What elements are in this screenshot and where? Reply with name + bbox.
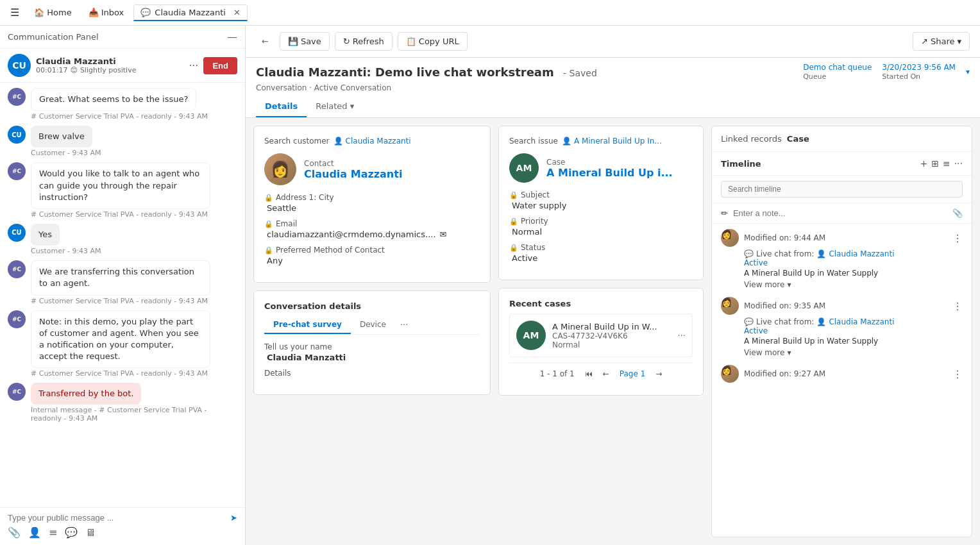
list-icon[interactable]: ≡	[943, 158, 950, 169]
timeline-item-more[interactable]: ⋮	[952, 368, 963, 380]
share-icon: ↗	[921, 37, 928, 46]
refresh-button[interactable]: ↻ Refresh	[335, 32, 393, 51]
back-button[interactable]: ←	[256, 32, 275, 51]
conv-tab-device[interactable]: Device	[351, 316, 395, 334]
subject-label: 🔒 Subject	[509, 190, 693, 199]
end-button[interactable]: End	[203, 57, 237, 74]
timeline-item: 👩 Modified on: 9:35 AM ⋮ 💬 Live chat fro…	[721, 297, 963, 357]
chat-area: #C Great. What seems to be the issue? # …	[0, 83, 245, 507]
add-icon[interactable]: +	[920, 158, 927, 169]
timeline-status: Active	[744, 326, 963, 335]
status-field: 🔒 Status Active	[509, 243, 693, 263]
timeline-type: 💬 Live chat from: 👤 Claudia Mazzanti	[744, 317, 963, 326]
send-button[interactable]: ➤	[230, 513, 237, 523]
list-icon[interactable]: ≡	[49, 526, 57, 539]
conv-tab-more[interactable]: ···	[395, 316, 413, 334]
conv-tab-presurvey[interactable]: Pre-chat survey	[264, 316, 351, 334]
case-name[interactable]: A Mineral Build Up i...	[546, 167, 673, 179]
note-input[interactable]	[733, 208, 947, 218]
chat-icon: 💬	[744, 317, 754, 326]
linked-label: Linked records	[721, 134, 782, 144]
issue-link[interactable]: 👤 A Mineral Build Up In...	[562, 137, 662, 146]
timeline-time: Modified on: 9:35 AM	[744, 301, 947, 310]
customer-link-icon: 👤	[334, 137, 343, 146]
conv-tabs: Pre-chat survey Device ···	[264, 316, 480, 335]
view-more-button[interactable]: View more ▾	[744, 348, 963, 357]
name-field-label: Tell us your name	[264, 342, 480, 351]
pagination-first[interactable]: ⏮	[581, 368, 596, 380]
email-icon[interactable]: ✉	[440, 230, 447, 239]
pagination-next[interactable]: →	[652, 368, 666, 380]
share-button[interactable]: ↗ Share ▾	[913, 32, 970, 51]
agent-more-button[interactable]: ···	[189, 60, 198, 72]
agent-status: 00:01:17 😊 Slightly positive	[36, 66, 183, 74]
case-header: AM Case A Mineral Build Up i...	[509, 153, 693, 183]
details-label-text: Details	[264, 369, 480, 378]
timeline-search-input[interactable]	[721, 181, 963, 197]
issue-search-row: Search issue 👤 A Mineral Build Up In...	[509, 137, 693, 146]
address-value: Seattle	[264, 203, 480, 213]
screen-icon[interactable]: 🖥	[85, 526, 96, 539]
case-more-button[interactable]: ···	[678, 331, 686, 340]
search-customer-label: Search customer	[264, 137, 330, 146]
breadcrumb-conv[interactable]: Conversation	[256, 83, 307, 92]
minimize-button[interactable]: —	[227, 31, 237, 43]
saved-badge: - Saved	[563, 68, 597, 78]
message-row: #C Note: in this demo, you play the part…	[8, 310, 237, 369]
claudia-tab[interactable]: 💬 Claudia Mazzanti ✕	[133, 4, 248, 21]
agent-info: Claudia Mazzanti 00:01:17 😊 Slightly pos…	[36, 56, 183, 74]
issue-link-icon: 👤	[562, 137, 571, 146]
save-icon: 💾	[288, 37, 298, 46]
customer-link[interactable]: 👤 Claudia Mazzanti	[334, 137, 411, 146]
message-group: #C Note: in this demo, you play the part…	[8, 310, 237, 378]
title-row: Claudia Mazzanti: Demo live chat workstr…	[256, 63, 970, 81]
message-bubble: Would you like to talk to an agent who c…	[31, 162, 210, 209]
attach-icon[interactable]: 📎	[8, 526, 21, 539]
tab-close-icon[interactable]: ✕	[233, 8, 241, 17]
bot-avatar: #C	[8, 260, 26, 278]
message-bubble: Note: in this demo, you play the part of…	[31, 310, 210, 369]
timeline-from-name: Claudia Mazzanti	[829, 317, 894, 326]
chat-input[interactable]	[8, 513, 225, 523]
copy-url-button[interactable]: 📋 Copy URL	[398, 32, 468, 51]
hamburger-menu[interactable]: ☰	[5, 4, 24, 21]
home-label: Home	[47, 8, 71, 17]
tab-related[interactable]: Related ▾	[307, 96, 363, 117]
home-icon: 🏠	[34, 8, 44, 17]
filter-icon[interactable]: ⊞	[931, 158, 939, 169]
expand-icon[interactable]: ▾	[966, 67, 970, 76]
person-icon[interactable]: 👤	[28, 526, 41, 539]
view-more-button[interactable]: View more ▾	[744, 280, 963, 289]
refresh-icon: ↻	[343, 37, 350, 46]
pagination-prev[interactable]: ←	[599, 368, 613, 380]
customer-search-row: Search customer 👤 Claudia Mazzanti	[264, 137, 480, 146]
attach-icon[interactable]: 📎	[952, 208, 963, 218]
main-layout: Communication Panel — CU Claudia Mazzant…	[0, 26, 980, 545]
save-button[interactable]: 💾 Save	[280, 32, 330, 51]
title-area: Claudia Mazzanti: Demo live chat workstr…	[246, 58, 980, 118]
address-label: 🔒 Address 1: City	[264, 193, 480, 202]
priority-value: Normal	[509, 227, 693, 237]
timeline-item-more[interactable]: ⋮	[952, 300, 963, 312]
contact-name[interactable]: Claudia Mazzanti	[304, 168, 402, 180]
timeline-title: Timeline	[721, 159, 915, 169]
home-tab[interactable]: 🏠 Home	[27, 4, 78, 21]
breadcrumb-active[interactable]: Active Conversation	[314, 83, 391, 92]
timeline-actions: + ⊞ ≡ ···	[920, 158, 963, 169]
message-group: #C Great. What seems to be the issue? # …	[8, 88, 237, 121]
more-icon[interactable]: ···	[954, 158, 963, 169]
customer-avatar: CU	[8, 126, 26, 144]
case-list-item[interactable]: AM A Mineral Build Up in W... CAS-47732-…	[509, 314, 693, 357]
tab-details[interactable]: Details	[256, 96, 307, 117]
top-bar: ☰ 🏠 Home 📥 Inbox 💬 Claudia Mazzanti ✕	[0, 0, 980, 26]
bot-avatar: #C	[8, 88, 26, 106]
main-content: Search customer 👤 Claudia Mazzanti 👩 Con…	[246, 118, 980, 545]
inbox-tab[interactable]: 📥 Inbox	[81, 4, 131, 21]
chat-icon[interactable]: 💬	[65, 526, 78, 539]
timeline-item-more[interactable]: ⋮	[952, 232, 963, 244]
pencil-icon: ✏	[721, 208, 728, 218]
bot-avatar: #C	[8, 310, 26, 328]
customer-card: Search customer 👤 Claudia Mazzanti 👩 Con…	[253, 126, 491, 283]
email-field: 🔒 Email claudiamazzanti@crmdemo.dynamics…	[264, 219, 480, 239]
contact-method-field: 🔒 Preferred Method of Contact Any	[264, 246, 480, 265]
